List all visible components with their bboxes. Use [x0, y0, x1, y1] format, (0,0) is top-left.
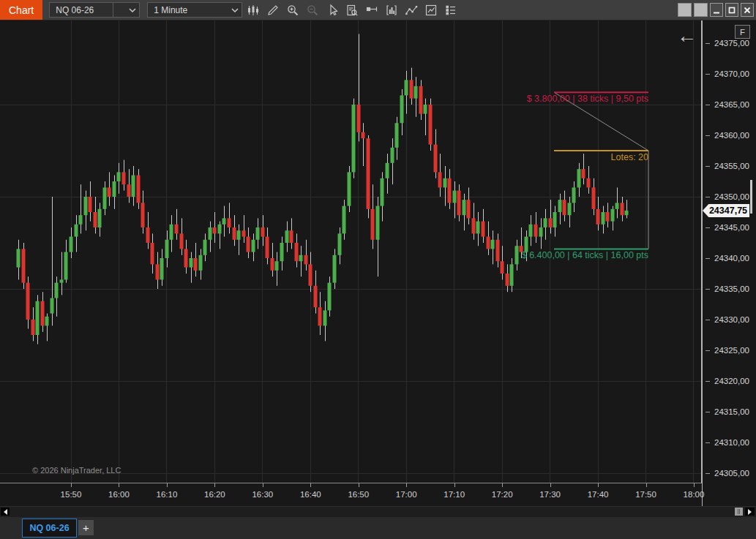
candle-body	[448, 178, 452, 203]
scroll-back-arrow-icon[interactable]: ←	[677, 26, 697, 46]
candle	[338, 227, 342, 264]
candle-body	[304, 255, 308, 265]
line-study-icon[interactable]	[403, 2, 420, 18]
candle-body	[434, 145, 438, 173]
price-tick: 24345,00	[703, 222, 749, 233]
window-extra-button-2[interactable]	[694, 3, 708, 17]
candle-body	[463, 200, 466, 215]
candle	[438, 154, 442, 197]
vertical-scroll-thumb[interactable]	[750, 180, 752, 214]
list-icon[interactable]	[442, 2, 460, 18]
candle-body	[151, 243, 154, 264]
chart-properties-icon[interactable]	[422, 2, 440, 18]
fixed-scale-button[interactable]: F	[735, 25, 750, 39]
scroll-right-button[interactable]	[745, 508, 755, 516]
chart-plot-area[interactable]: $ 3.800,00 | 38 ticks | 9,50 ptsLotes: 2…	[0, 20, 702, 483]
candle	[606, 203, 610, 227]
candle	[501, 246, 504, 279]
candle	[295, 233, 299, 267]
candle	[572, 181, 576, 212]
candle-body	[615, 203, 619, 208]
candle-body	[141, 203, 145, 227]
price-tick: 24320,00	[703, 376, 749, 386]
candle	[79, 184, 83, 233]
candle-body	[391, 148, 394, 163]
candle-body	[280, 243, 284, 261]
candle-body	[444, 178, 447, 188]
chart-style-icon[interactable]	[244, 2, 262, 18]
candle-body	[127, 184, 131, 197]
scroll-left-button[interactable]	[1, 508, 10, 516]
add-tab-button[interactable]: +	[78, 520, 94, 535]
candle-body	[55, 283, 59, 298]
candle-body	[563, 200, 566, 215]
indicators-icon[interactable]	[383, 2, 400, 18]
candle	[587, 166, 591, 194]
zoom-out-icon[interactable]	[304, 2, 321, 18]
candle-body	[113, 181, 116, 197]
candle	[496, 233, 500, 267]
candle-body	[26, 283, 30, 320]
time-tick-mark	[214, 483, 215, 487]
time-tick-label: 17:20	[492, 490, 513, 499]
candle	[352, 99, 356, 178]
candle	[70, 227, 73, 258]
chevron-down-icon	[228, 8, 242, 12]
price-tick: 24330,00	[703, 314, 749, 325]
candle-body	[414, 86, 418, 99]
candle	[463, 194, 466, 230]
order-entry-icon[interactable]	[363, 2, 381, 18]
close-button[interactable]	[741, 3, 754, 17]
candle-body	[203, 240, 207, 255]
time-tick-mark	[454, 483, 455, 487]
symbol-dropdown[interactable]: NQ 06-26	[49, 2, 140, 18]
time-axis[interactable]: 15:5016:0016:1016:2016:3016:4016:5017:00…	[0, 483, 702, 506]
symbol-value: NQ 06-26	[50, 5, 100, 15]
window-extra-button-1[interactable]	[678, 3, 692, 17]
candle	[515, 240, 519, 271]
zoom-in-icon[interactable]	[284, 2, 302, 18]
minimize-button[interactable]	[710, 3, 723, 17]
candle	[50, 197, 54, 325]
candle	[506, 264, 509, 292]
data-box-icon[interactable]	[343, 2, 361, 18]
price-axis[interactable]: F 24347,75 24375,0024370,0024365,0024360…	[702, 20, 756, 506]
candle	[237, 225, 241, 255]
candle	[203, 233, 207, 261]
candle	[127, 169, 131, 203]
candle-body	[45, 317, 49, 326]
cursor-icon[interactable]	[323, 2, 341, 18]
candle-body	[606, 212, 610, 222]
restore-button[interactable]	[725, 3, 738, 17]
candle	[36, 295, 40, 344]
triangle-right-icon	[748, 509, 752, 515]
candle-body	[237, 230, 241, 240]
chart-tab[interactable]: Chart	[0, 0, 42, 20]
interval-dropdown[interactable]: 1 Minute	[147, 2, 242, 18]
candle-body	[367, 138, 370, 209]
candle-body	[175, 225, 179, 234]
candle	[290, 218, 293, 249]
candle	[472, 203, 476, 239]
candle-body	[170, 225, 173, 240]
candle	[362, 123, 365, 166]
time-tick-mark	[694, 483, 695, 487]
candle	[132, 166, 135, 206]
drawing-tools-icon[interactable]	[264, 2, 282, 18]
candle-body	[165, 240, 169, 258]
candle	[146, 212, 150, 249]
time-tick-label: 16:30	[252, 490, 273, 499]
candle-body	[252, 240, 255, 252]
position-connector-line	[554, 92, 648, 249]
price-tick: 24325,00	[703, 345, 749, 355]
horizontal-scrollbar[interactable]	[0, 506, 756, 518]
candle-body	[266, 237, 269, 258]
candle-body	[323, 310, 327, 325]
candle	[386, 154, 389, 194]
scrollbar-grip[interactable]	[735, 508, 743, 516]
candle-body	[70, 237, 73, 252]
tab-nq-06-26[interactable]: NQ 06-26	[22, 519, 77, 538]
toolbar: Chart NQ 06-26 1 Minute	[0, 0, 756, 20]
candle-body	[333, 255, 337, 283]
candle-body	[290, 230, 293, 243]
